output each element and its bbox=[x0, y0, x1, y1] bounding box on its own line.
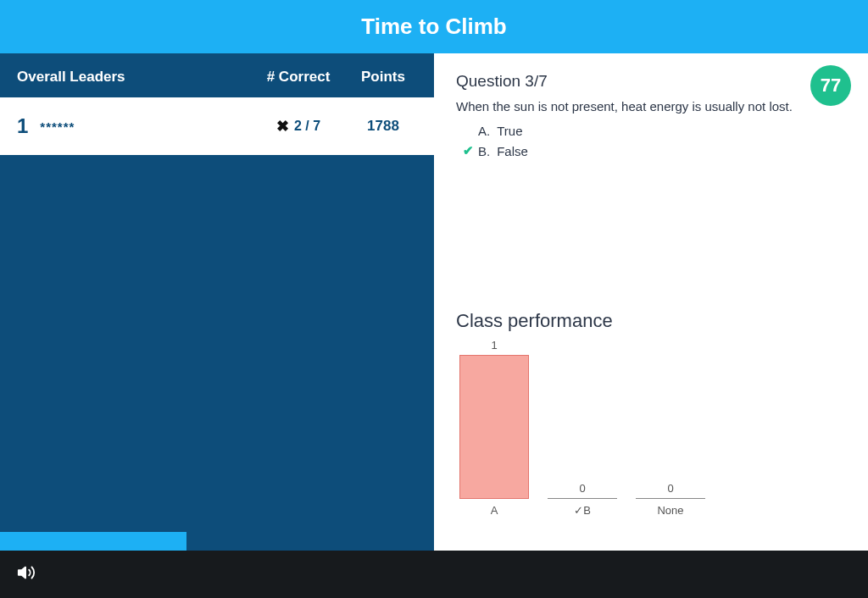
question-panel: 77 Question 3/7 When the sun is not pres… bbox=[434, 53, 868, 551]
speaker-icon[interactable] bbox=[17, 563, 36, 585]
leader-name: ****** bbox=[40, 119, 248, 134]
check-icon: ✔ bbox=[463, 143, 478, 158]
main-content: Overall Leaders # Correct Points 1 *****… bbox=[0, 53, 868, 551]
bar-baseline bbox=[636, 498, 705, 499]
footer-bar bbox=[0, 551, 868, 598]
leaders-col-points: Points bbox=[349, 69, 417, 86]
bar-value: 1 bbox=[491, 339, 497, 352]
leaders-col-correct: # Correct bbox=[248, 69, 349, 86]
leaders-panel: Overall Leaders # Correct Points 1 *****… bbox=[0, 53, 434, 551]
bar-label: ✓B bbox=[574, 504, 591, 517]
chart-bar: 0✓B bbox=[544, 482, 620, 517]
answers-list: A. True ✔ B. False bbox=[463, 124, 846, 163]
page-title: Time to Climb bbox=[0, 0, 868, 53]
bar-baseline bbox=[548, 498, 617, 499]
answer-text: True bbox=[497, 124, 522, 138]
question-text: When the sun is not present, heat energy… bbox=[456, 99, 795, 114]
leader-row[interactable]: 1 ****** ✖ 2 / 7 1788 bbox=[0, 97, 434, 155]
svg-marker-0 bbox=[19, 568, 25, 579]
answer-a[interactable]: A. True bbox=[463, 124, 846, 138]
leader-rank: 1 bbox=[17, 114, 28, 138]
answer-letter: A. bbox=[478, 124, 490, 138]
bar-value: 0 bbox=[667, 482, 673, 495]
bar-value: 0 bbox=[579, 482, 585, 495]
progress-bar bbox=[0, 532, 186, 551]
bar-label: None bbox=[657, 504, 683, 517]
performance-chart: 1A0✓B0None bbox=[456, 347, 846, 534]
answer-text: False bbox=[497, 144, 528, 158]
leaders-header: Overall Leaders # Correct Points bbox=[0, 53, 434, 97]
chart-bar: 0None bbox=[632, 482, 709, 517]
chart-bar: 1A bbox=[456, 339, 532, 517]
leaders-col-title: Overall Leaders bbox=[17, 69, 248, 86]
leader-correct: ✖ 2 / 7 bbox=[248, 117, 349, 136]
answer-letter: B. bbox=[478, 144, 490, 158]
question-title: Question 3/7 bbox=[456, 72, 846, 91]
leader-points: 1788 bbox=[349, 118, 417, 135]
bar-rect bbox=[459, 355, 529, 499]
performance-title: Class performance bbox=[456, 310, 846, 332]
answer-b[interactable]: ✔ B. False bbox=[463, 143, 846, 158]
timer-badge: 77 bbox=[810, 65, 851, 106]
bar-label: A bbox=[491, 504, 498, 517]
wrong-icon: ✖ bbox=[276, 117, 289, 136]
leader-correct-value: 2 / 7 bbox=[294, 119, 320, 134]
